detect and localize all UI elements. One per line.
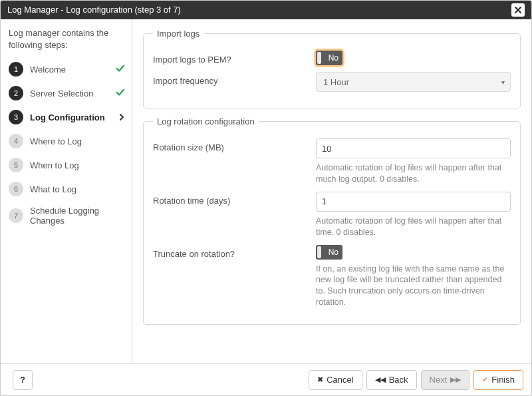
- step-where-to-log[interactable]: 4 Where to Log: [9, 129, 125, 153]
- check-icon: [116, 88, 125, 99]
- row-rotation-time: Rotation time (days) Automatic rotation …: [153, 192, 511, 238]
- step-number: 3: [9, 110, 23, 124]
- row-import-frequency: Import frequency 1 Hour ▾: [153, 72, 511, 92]
- titlebar: Log Manager - Log configuration (step 3 …: [1, 1, 531, 19]
- check-icon: ✔: [482, 375, 488, 384]
- step-number: 4: [9, 134, 23, 148]
- wizard-steps: 1 Welcome 2 Server Selection 3 Log Confi…: [9, 57, 125, 230]
- label-rotation-size: Rotation size (MB): [153, 138, 316, 152]
- toggle-import-to-pem[interactable]: No: [316, 51, 342, 65]
- finish-label: Finish: [491, 375, 515, 385]
- step-welcome[interactable]: 1 Welcome: [9, 57, 125, 81]
- step-schedule-logging-changes[interactable]: 7 Schedule Logging Changes: [9, 201, 125, 230]
- row-import-to-pem: Import logs to PEM? No: [153, 51, 511, 65]
- step-label: Schedule Logging Changes: [30, 206, 125, 226]
- step-number: 2: [9, 86, 23, 100]
- next-label: Next: [430, 375, 448, 385]
- input-rotation-time[interactable]: [316, 192, 511, 212]
- modal-body: Log manager contains the following steps…: [1, 19, 531, 363]
- close-icon: ✖: [317, 375, 323, 384]
- sidebar-intro: Log manager contains the following steps…: [9, 27, 125, 51]
- close-icon: [514, 6, 522, 14]
- import-logs-legend: Import logs: [153, 29, 203, 39]
- window-title: Log Manager - Log configuration (step 3 …: [7, 1, 181, 19]
- select-import-frequency[interactable]: 1 Hour ▾: [316, 72, 511, 92]
- step-what-to-log[interactable]: 6 What to Log: [9, 177, 125, 201]
- next-button[interactable]: Next ▶▶: [421, 370, 470, 390]
- toggle-truncate[interactable]: No: [316, 245, 342, 260]
- back-label: Back: [389, 375, 408, 385]
- caret-down-icon: ▾: [501, 79, 505, 86]
- chevron-right-icon: [118, 113, 125, 121]
- modal-footer: ? ✖ Cancel ◀◀ Back Next ▶▶ ✔ Finish: [1, 363, 531, 395]
- input-rotation-size[interactable]: [316, 138, 511, 158]
- step-label: Log Configuration: [30, 112, 116, 122]
- step-number: 7: [9, 208, 23, 223]
- finish-button[interactable]: ✔ Finish: [473, 370, 523, 390]
- label-import-to-pem: Import logs to PEM?: [153, 51, 316, 65]
- help-button[interactable]: ?: [13, 370, 33, 390]
- help-rotation-size: Automatic rotation of log files will hap…: [316, 162, 511, 185]
- help-truncate: If on, an existing log file with the sam…: [316, 264, 511, 309]
- log-rotation-legend: Log rotation configuration: [153, 116, 259, 126]
- step-label: Where to Log: [30, 136, 125, 146]
- cancel-button[interactable]: ✖ Cancel: [309, 370, 362, 390]
- row-truncate: Truncate on rotation? No If on, an exist…: [153, 245, 511, 309]
- back-button[interactable]: ◀◀ Back: [366, 370, 417, 390]
- toggle-text: No: [329, 53, 338, 63]
- row-rotation-size: Rotation size (MB) Automatic rotation of…: [153, 138, 511, 185]
- label-rotation-time: Rotation time (days): [153, 192, 316, 206]
- step-server-selection[interactable]: 2 Server Selection: [9, 81, 125, 105]
- select-value: 1 Hour: [323, 77, 349, 87]
- forward-icon: ▶▶: [450, 375, 461, 384]
- step-number: 1: [9, 62, 23, 77]
- step-label: What to Log: [30, 184, 125, 194]
- step-when-to-log[interactable]: 5 When to Log: [9, 153, 125, 177]
- toggle-knob: [317, 246, 321, 258]
- step-label: Server Selection: [30, 89, 112, 99]
- import-logs-group: Import logs Import logs to PEM? No Impor…: [143, 29, 521, 108]
- cancel-label: Cancel: [327, 375, 353, 385]
- toggle-knob: [317, 52, 321, 64]
- check-icon: [116, 64, 125, 75]
- log-rotation-group: Log rotation configuration Rotation size…: [143, 116, 521, 325]
- main-panel: Import logs Import logs to PEM? No Impor…: [132, 19, 531, 363]
- rewind-icon: ◀◀: [375, 375, 386, 384]
- toggle-text: No: [329, 248, 338, 257]
- wizard-sidebar: Log manager contains the following steps…: [1, 19, 132, 363]
- label-truncate: Truncate on rotation?: [153, 245, 316, 259]
- step-label: Welcome: [30, 65, 112, 75]
- step-label: When to Log: [30, 160, 125, 170]
- help-rotation-time: Automatic rotation of log files will hap…: [316, 216, 511, 238]
- label-import-frequency: Import frequency: [153, 72, 316, 86]
- step-number: 6: [9, 182, 23, 196]
- step-log-configuration[interactable]: 3 Log Configuration: [9, 105, 125, 129]
- close-button[interactable]: [511, 3, 525, 17]
- step-number: 5: [9, 158, 23, 172]
- log-manager-modal: Log Manager - Log configuration (step 3 …: [0, 0, 532, 396]
